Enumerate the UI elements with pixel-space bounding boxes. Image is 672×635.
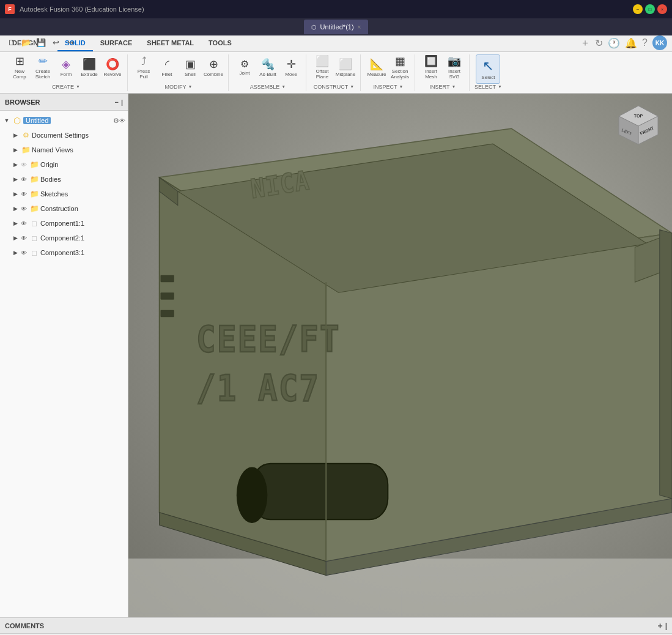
create-sketch-button[interactable]: ✏ CreateSketch bbox=[32, 54, 54, 80]
canvas-area[interactable]: CEEE/FT /1 AC7 NICA bbox=[128, 94, 672, 617]
comments-label: COMMENTS bbox=[5, 622, 44, 629]
construct-group: ⬜ OffsetPlane ⬜ Midplane CONSTRUCT▼ bbox=[308, 54, 361, 91]
redo-button[interactable]: ↪ bbox=[64, 35, 77, 49]
document-tab-bar: 🗋 📂 💾 ↩ ↪ ⬡ Untitled*(1) × ＋ ↻ 🕐 🔔 ? KK bbox=[0, 18, 672, 35]
toolbar-tabs: DESIGN ▼ SOLID SURFACE SHEET METAL TOOLS bbox=[0, 35, 672, 51]
toolbar-buttons: ⊞ NewComp ✏ CreateSketch ◈ Form ⬛ Extrud… bbox=[0, 52, 672, 94]
tree-item-root[interactable]: ▼ ⬡ Untitled ⚙ 👁 bbox=[0, 113, 128, 128]
browser-title: BROWSER bbox=[5, 98, 40, 106]
tree-item-component1[interactable]: ▶ 👁 □ Component1:1 bbox=[0, 216, 128, 231]
tree-item-construction[interactable]: ▶ 👁 📁 Construction bbox=[0, 201, 128, 216]
document-tab[interactable]: ⬡ Untitled*(1) × bbox=[304, 20, 369, 34]
tab-sheet-metal[interactable]: SHEET METAL bbox=[139, 35, 201, 51]
insert-svg-button[interactable]: 📷 InsertSVG bbox=[443, 54, 465, 80]
minimize-button[interactable]: − bbox=[633, 4, 643, 14]
create-label[interactable]: CREATE▼ bbox=[9, 84, 124, 91]
select-label[interactable]: SELECT▼ bbox=[474, 84, 502, 91]
svg-text:CEEE/FT: CEEE/FT bbox=[196, 318, 340, 360]
tab-icon: ⬡ bbox=[311, 24, 317, 31]
svg-text:TOP: TOP bbox=[634, 114, 643, 118]
history-button[interactable]: 🕐 bbox=[608, 37, 620, 49]
tree-item-bodies[interactable]: ▶ 👁 📁 Bodies bbox=[0, 172, 128, 187]
comments-bar: COMMENTS + | bbox=[0, 618, 672, 634]
press-pull-button[interactable]: ⤴ Press Pull bbox=[133, 54, 155, 80]
revolve-button[interactable]: ⭕ Revolve bbox=[102, 54, 124, 80]
browser-header: BROWSER − | bbox=[0, 94, 128, 111]
tab-close-button[interactable]: × bbox=[358, 24, 361, 31]
asbuilt-joint-button[interactable]: 🔩 As-Built bbox=[257, 54, 279, 80]
app-title: Autodesk Fusion 360 (Education License) bbox=[20, 6, 144, 13]
assemble-group: ⚙ Joint 🔩 As-Built ✛ Move ASSEMBLE▼ bbox=[230, 54, 306, 91]
new-component-button[interactable]: ⊞ NewComp bbox=[9, 54, 31, 80]
settings-icon[interactable]: ⚙ bbox=[113, 117, 119, 125]
tab-surface[interactable]: SURFACE bbox=[93, 35, 140, 51]
comments-add-button[interactable]: + bbox=[657, 621, 662, 631]
select-button[interactable]: ↖ Select bbox=[476, 54, 500, 84]
tree-item-component3[interactable]: ▶ 👁 □ Component3:1 bbox=[0, 245, 128, 260]
undo-button[interactable]: ↩ bbox=[49, 35, 62, 49]
nav-cube[interactable]: TOP FRONT LEFT bbox=[614, 103, 663, 152]
tree-item-component2[interactable]: ▶ 👁 □ Component2:1 bbox=[0, 231, 128, 245]
tree-item-origin[interactable]: ▶ 👁 📁 Origin bbox=[0, 157, 128, 172]
combine-button[interactable]: ⊕ Combine bbox=[202, 54, 224, 80]
app-icon: F bbox=[5, 4, 15, 14]
assemble-label[interactable]: ASSEMBLE▼ bbox=[234, 84, 302, 91]
create-group: ⊞ NewComp ✏ CreateSketch ◈ Form ⬛ Extrud… bbox=[5, 54, 128, 91]
measure-button[interactable]: 📐 Measure bbox=[366, 54, 388, 80]
inspect-group: 📐 Measure ▦ SectionAnalysis INSPECT▼ bbox=[362, 54, 415, 91]
maximize-button[interactable]: □ bbox=[645, 4, 655, 14]
midplane-button[interactable]: ⬜ Midplane bbox=[334, 54, 356, 80]
notification-button[interactable]: 🔔 bbox=[625, 37, 637, 49]
tab-tools[interactable]: TOOLS bbox=[201, 35, 239, 51]
extrude-button[interactable]: ⬛ Extrude bbox=[78, 54, 100, 80]
svg-rect-9 bbox=[252, 464, 388, 519]
select-group: ↖ Select SELECT▼ bbox=[471, 54, 506, 91]
bottom-bar: COMMENTS + | ⟳ ◎ ✋ 🔍 ⊕ ⊡ ☰ ⋯ ⊞ bbox=[0, 617, 672, 635]
construct-label[interactable]: CONSTRUCT▼ bbox=[311, 84, 356, 91]
visibility-icon[interactable]: 👁 bbox=[119, 117, 125, 124]
open-button[interactable]: 📂 bbox=[20, 35, 33, 49]
svg-rect-8 bbox=[161, 310, 174, 317]
browser-tree: ▼ ⬡ Untitled ⚙ 👁 ▶ ⚙ Document Settings ▶… bbox=[0, 111, 128, 617]
create-form-button[interactable]: ◈ Form bbox=[55, 54, 77, 80]
tree-item-named-views[interactable]: ▶ 📁 Named Views bbox=[0, 143, 128, 157]
fillet-button[interactable]: ◜ Fillet bbox=[156, 54, 178, 80]
help-button[interactable]: ? bbox=[642, 37, 648, 48]
save-button[interactable]: 💾 bbox=[34, 35, 48, 49]
section-analysis-button[interactable]: ▦ SectionAnalysis bbox=[389, 54, 411, 80]
new-file-button[interactable]: 🗋 bbox=[5, 35, 18, 49]
joint-button[interactable]: ⚙ Joint bbox=[234, 54, 256, 80]
browser-panel: BROWSER − | ▼ ⬡ Untitled ⚙ 👁 ▶ ⚙ Docum bbox=[0, 94, 128, 617]
shell-button[interactable]: ▣ Shell bbox=[179, 54, 201, 80]
document-tab-title: Untitled*(1) bbox=[320, 23, 354, 31]
toolbar: DESIGN ▼ SOLID SURFACE SHEET METAL TOOLS bbox=[0, 35, 672, 52]
svg-rect-7 bbox=[161, 292, 174, 299]
svg-text:/1 AC7: /1 AC7 bbox=[196, 367, 320, 409]
model-3d-svg: CEEE/FT /1 AC7 NICA bbox=[128, 94, 672, 617]
viewport[interactable]: CEEE/FT /1 AC7 NICA bbox=[128, 94, 672, 617]
move-button[interactable]: ✛ Move bbox=[280, 54, 302, 80]
browser-collapse-button[interactable]: − bbox=[114, 98, 118, 106]
insert-group: 🔲 InsertMesh 📷 InsertSVG INSERT▼ bbox=[416, 54, 470, 91]
tree-item-sketches[interactable]: ▶ 👁 📁 Sketches bbox=[0, 187, 128, 201]
tree-item-doc-settings[interactable]: ▶ ⚙ Document Settings bbox=[0, 128, 128, 143]
user-avatar[interactable]: KK bbox=[652, 35, 667, 50]
sync-button[interactable]: ↻ bbox=[595, 37, 603, 49]
title-bar: F Autodesk Fusion 360 (Education License… bbox=[0, 0, 672, 18]
add-tab-button[interactable]: ＋ bbox=[580, 37, 590, 50]
nav-cube-svg: TOP FRONT LEFT bbox=[614, 103, 663, 152]
svg-marker-16 bbox=[660, 230, 672, 499]
close-button[interactable]: × bbox=[657, 4, 667, 14]
comments-pin-button[interactable]: | bbox=[665, 622, 667, 630]
svg-rect-6 bbox=[161, 275, 174, 282]
insert-label[interactable]: INSERT▼ bbox=[420, 84, 465, 91]
modify-label[interactable]: MODIFY▼ bbox=[133, 84, 224, 91]
svg-point-10 bbox=[237, 467, 268, 523]
insert-mesh-button[interactable]: 🔲 InsertMesh bbox=[420, 54, 442, 80]
inspect-label[interactable]: INSPECT▼ bbox=[366, 84, 411, 91]
modify-group: ⤴ Press Pull ◜ Fillet ▣ Shell ⊕ Combine … bbox=[129, 54, 229, 91]
offset-plane-button[interactable]: ⬜ OffsetPlane bbox=[311, 54, 333, 80]
browser-pin-button[interactable]: | bbox=[121, 98, 123, 106]
